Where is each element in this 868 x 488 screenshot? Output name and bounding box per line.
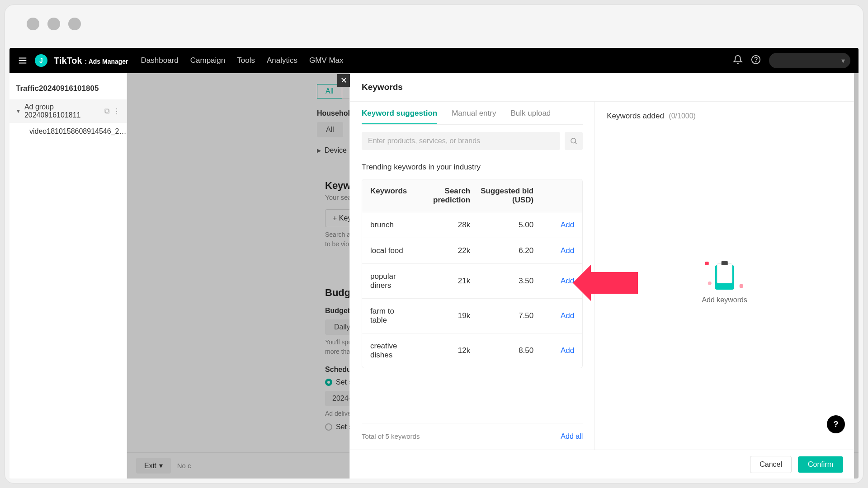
- nav-links: Dashboard Campaign Tools Analytics GMV M…: [141, 56, 344, 65]
- more-icon[interactable]: ⋮: [113, 107, 120, 116]
- radio-off-icon: [325, 423, 332, 431]
- svg-point-4: [755, 61, 756, 62]
- add-button[interactable]: Add: [561, 311, 574, 320]
- svg-line-6: [576, 142, 577, 144]
- close-button[interactable]: ✕: [337, 74, 350, 87]
- kw-cell: brunch: [370, 221, 407, 230]
- household-all[interactable]: All: [317, 122, 343, 137]
- table-row: popular diners 21k 3.50 Add: [362, 263, 582, 298]
- table-row: brunch 28k 5.00 Add: [362, 212, 582, 238]
- adgroup-label: Ad group 20240916101811: [24, 103, 101, 119]
- video-row[interactable]: video1810158608914546_2…: [9, 123, 127, 140]
- sp-cell: 21k: [407, 277, 470, 286]
- adgroup-row[interactable]: ▼ Ad group 20240916101811 ⧉ ⋮: [9, 99, 127, 123]
- avatar[interactable]: J: [35, 54, 47, 67]
- search-icon: [570, 137, 578, 145]
- chevron-down-icon: ▾: [159, 461, 163, 470]
- modal-left: Keyword suggestion Manual entry Bulk upl…: [350, 102, 595, 450]
- tab-bulk[interactable]: Bulk upload: [510, 109, 551, 124]
- clipboard-icon: [712, 261, 738, 290]
- tabs: Keyword suggestion Manual entry Bulk upl…: [362, 102, 583, 125]
- total-label: Total of 5 keywords: [362, 432, 420, 441]
- add-button[interactable]: Add: [561, 346, 574, 355]
- cancel-button[interactable]: Cancel: [750, 456, 792, 473]
- svg-point-5: [571, 138, 576, 143]
- kw-cell: popular diners: [370, 272, 407, 290]
- keywords-added-count: (0/1000): [669, 112, 696, 120]
- add-button[interactable]: Add: [561, 221, 574, 229]
- keyword-table: Keywords Search prediction Suggested bid…: [362, 179, 583, 368]
- logo: TikTok : Ads Manager: [54, 56, 128, 66]
- kw-cell: local food: [370, 246, 407, 255]
- modal-right: Keywords added (0/1000): [595, 102, 854, 450]
- bid-cell: 6.20: [470, 246, 533, 255]
- help-fab[interactable]: ?: [827, 415, 845, 433]
- chevron-down-icon: ▾: [841, 56, 845, 65]
- sp-cell: 19k: [407, 311, 470, 320]
- nav-dashboard[interactable]: Dashboard: [141, 56, 179, 65]
- empty-state: Add keywords: [702, 261, 747, 304]
- keywords-modal: ✕ Keywords Keyword suggestion Manual ent…: [349, 73, 854, 479]
- modal-body: Keyword suggestion Manual entry Bulk upl…: [350, 102, 854, 450]
- totals-row: Total of 5 keywords Add all: [362, 423, 583, 441]
- help-icon[interactable]: [751, 55, 761, 66]
- bid-cell: 3.50: [470, 277, 533, 286]
- bid-cell: 7.50: [470, 311, 533, 320]
- copy-icon[interactable]: ⧉: [104, 107, 109, 115]
- top-nav: J TikTok : Ads Manager Dashboard Campaig…: [9, 48, 859, 73]
- exit-button[interactable]: Exit ▾: [136, 458, 171, 474]
- logo-brand: TikTok: [54, 56, 82, 66]
- nav-gmvmax[interactable]: GMV Max: [309, 56, 344, 65]
- table-row: creative dishes 12k 8.50 Add: [362, 333, 582, 368]
- caret-down-icon: ▼: [16, 108, 21, 114]
- keywords-added-title: Keywords added: [607, 112, 664, 120]
- nav-tools[interactable]: Tools: [237, 56, 255, 65]
- col-search-pred: Search prediction: [407, 187, 470, 205]
- add-button[interactable]: Add: [561, 277, 574, 285]
- col-keywords: Keywords: [370, 187, 407, 205]
- window-dot[interactable]: [68, 18, 81, 30]
- caret-right-icon: ▶: [317, 147, 321, 154]
- kw-cell: creative dishes: [370, 342, 407, 360]
- campaign-title: Traffic20240916101805: [9, 73, 127, 99]
- video-label: video1810158608914546_2…: [29, 127, 126, 136]
- confirm-button[interactable]: Confirm: [798, 456, 843, 473]
- table-row: farm to table 19k 7.50 Add: [362, 298, 582, 333]
- keyword-search-input[interactable]: [362, 132, 560, 150]
- menu-icon[interactable]: [18, 56, 28, 66]
- add-all-button[interactable]: Add all: [561, 432, 583, 441]
- workspace: Traffic20240916101805 ▼ Ad group 2024091…: [9, 73, 859, 479]
- sp-cell: 28k: [407, 221, 470, 230]
- status-text: No c: [177, 462, 191, 469]
- close-icon: ✕: [340, 75, 347, 85]
- window-dot[interactable]: [27, 18, 39, 30]
- kw-cell: farm to table: [370, 307, 407, 325]
- keywords-added-header: Keywords added (0/1000): [607, 112, 842, 121]
- app: J TikTok : Ads Manager Dashboard Campaig…: [9, 48, 859, 479]
- browser-frame: J TikTok : Ads Manager Dashboard Campaig…: [5, 5, 863, 483]
- trending-label: Trending keywords in your industry: [362, 163, 583, 172]
- left-sidebar: Traffic20240916101805 ▼ Ad group 2024091…: [9, 73, 127, 479]
- tab-manual[interactable]: Manual entry: [452, 109, 496, 124]
- bell-icon[interactable]: [733, 55, 743, 66]
- window-dot[interactable]: [47, 18, 60, 30]
- tab-suggestion[interactable]: Keyword suggestion: [362, 109, 437, 124]
- account-switcher[interactable]: ▾: [769, 53, 850, 68]
- bid-cell: 8.50: [470, 346, 533, 355]
- bid-cell: 5.00: [470, 221, 533, 230]
- table-row: local food 22k 6.20 Add: [362, 238, 582, 263]
- empty-label: Add keywords: [702, 296, 747, 304]
- nav-analytics[interactable]: Analytics: [267, 56, 297, 65]
- sp-cell: 22k: [407, 246, 470, 255]
- col-action: [533, 187, 574, 205]
- nav-campaign[interactable]: Campaign: [190, 56, 226, 65]
- sp-cell: 12k: [407, 346, 470, 355]
- modal-title: Keywords: [350, 73, 854, 102]
- nav-right: ▾: [733, 53, 850, 68]
- search-button[interactable]: [565, 132, 583, 150]
- device-label: Device: [325, 146, 347, 155]
- col-suggested-bid: Suggested bid (USD): [470, 187, 533, 205]
- table-head: Keywords Search prediction Suggested bid…: [362, 179, 582, 212]
- modal-footer: Cancel Confirm: [350, 450, 854, 479]
- add-button[interactable]: Add: [561, 246, 574, 255]
